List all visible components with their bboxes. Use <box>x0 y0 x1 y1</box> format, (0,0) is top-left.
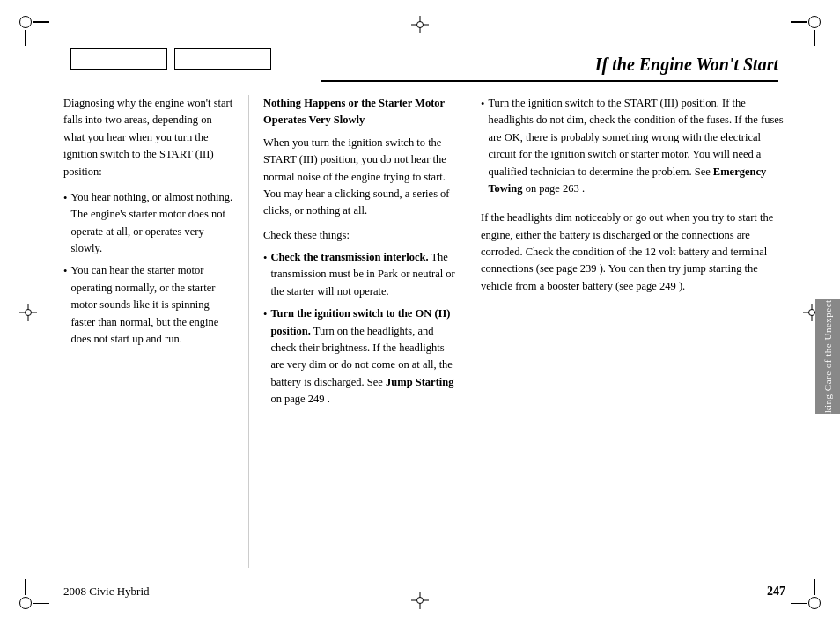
middle-dot-1: • <box>263 250 267 300</box>
col-left: Diagnosing why the engine won't start fa… <box>63 95 248 568</box>
middle-b2-page: 249 <box>308 393 325 405</box>
top-tabs <box>70 48 271 70</box>
side-tab: Taking Care of the Unexpected <box>815 299 840 414</box>
middle-heading: Nothing Happens or the Starter Motor Ope… <box>263 95 455 129</box>
middle-bullet-1-text: Check the transmission interlock. The tr… <box>270 249 455 300</box>
corner-mark-bl <box>19 590 39 609</box>
right-b1-ref: on page <box>523 182 563 195</box>
right-b1-end: . <box>579 182 585 195</box>
right-bullet-1: • Turn the ignition switch to the START … <box>481 95 785 197</box>
col-middle: Nothing Happens or the Starter Motor Ope… <box>249 95 468 568</box>
corner-mark-br <box>801 590 821 609</box>
left-bullet-2-text: You can hear the starter motor operating… <box>70 262 234 348</box>
middle-b2-ref: on page <box>270 393 307 405</box>
col-right: • Turn the ignition switch to the START … <box>468 95 785 568</box>
crosshair-top <box>411 16 429 33</box>
footer-page-number: 247 <box>767 585 785 599</box>
right-b1-page: 263 <box>563 182 579 195</box>
middle-intro: When you turn the ignition switch to the… <box>263 135 455 220</box>
middle-dot-2: • <box>263 306 267 408</box>
left-bullet-1-text: You hear nothing, or almost nothing. The… <box>70 189 234 258</box>
right-p2-page2: 249 <box>659 280 676 292</box>
left-intro: Diagnosing why the engine won't start fa… <box>63 95 234 180</box>
corner-mark-tl <box>19 16 39 35</box>
footer: 2008 Civic Hybrid 247 <box>63 585 785 599</box>
left-bullet-2: • You can hear the starter motor operati… <box>63 262 234 348</box>
corner-mark-tr <box>801 16 821 35</box>
bullet-dot-1: • <box>63 190 67 258</box>
page-title-area: If the Engine Won't Start <box>321 55 778 82</box>
middle-b1-bold: Check the transmission interlock. <box>270 251 428 263</box>
middle-b2-link: Jump Starting <box>386 376 453 388</box>
content-area: Diagnosing why the engine won't start fa… <box>63 95 785 568</box>
title-rule <box>321 80 778 82</box>
middle-bullet-2-text: Turn the ignition switch to the ON (II) … <box>270 305 455 408</box>
right-para2: If the headlights dim noticeably or go o… <box>481 210 785 295</box>
left-bullet-1: • You hear nothing, or almost nothing. T… <box>63 189 234 258</box>
tab-1[interactable] <box>70 48 167 70</box>
bullet-dot-2: • <box>63 263 67 348</box>
right-p2-end: ). <box>676 280 685 292</box>
crosshair-left <box>19 304 37 321</box>
footer-model: 2008 Civic Hybrid <box>63 585 150 599</box>
middle-bullet-1: • Check the transmission interlock. The … <box>263 249 455 300</box>
middle-b2-end: . <box>325 393 330 405</box>
side-tab-text: Taking Care of the Unexpected <box>822 290 833 423</box>
middle-check-label: Check these things: <box>263 227 455 244</box>
right-dot-1: • <box>481 96 484 197</box>
right-p2-page1: 239 <box>580 262 597 275</box>
page-title: If the Engine Won't Start <box>321 55 778 75</box>
middle-bullet-2: • Turn the ignition switch to the ON (II… <box>263 305 455 408</box>
tab-2[interactable] <box>174 48 271 70</box>
right-bullet-1-text: Turn the ignition switch to the START (I… <box>488 95 785 197</box>
